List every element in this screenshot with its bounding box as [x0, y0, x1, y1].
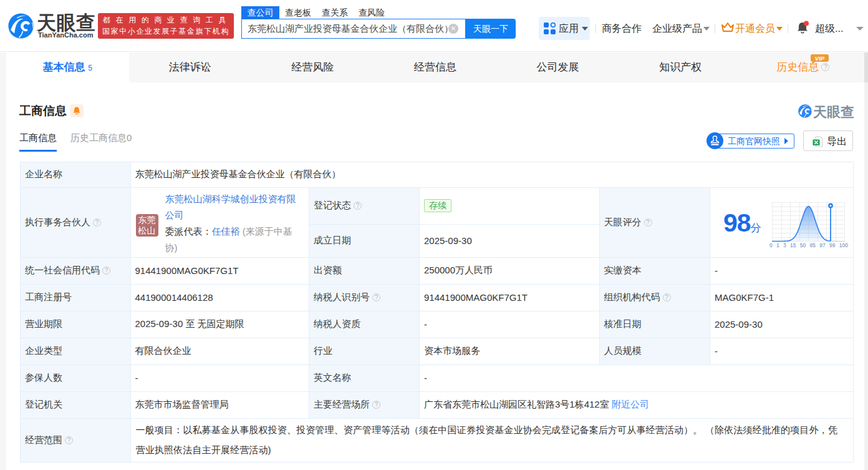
svg-text:VIP: VIP — [815, 55, 825, 62]
